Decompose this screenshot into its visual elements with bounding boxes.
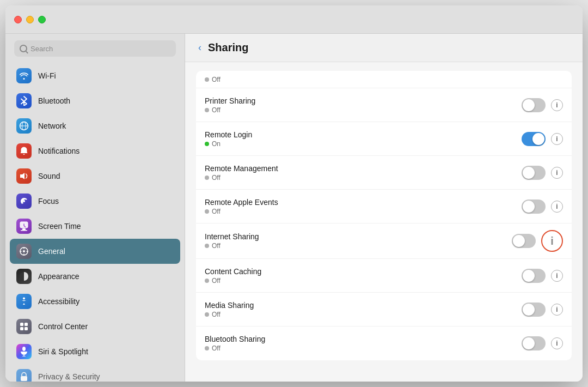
sidebar-label-controlcenter: Control Center bbox=[38, 322, 88, 331]
internet-sharing-knob bbox=[513, 235, 525, 247]
bluetooth-sharing-controls: i bbox=[522, 336, 563, 350]
printer-sharing-info-button[interactable]: i bbox=[551, 99, 563, 111]
printer-sharing-status-text: Off bbox=[212, 106, 220, 114]
remote-login-status: On bbox=[205, 140, 522, 148]
content-caching-info-button[interactable]: i bbox=[551, 270, 563, 282]
sidebar-item-appearance[interactable]: Appearance bbox=[10, 264, 180, 289]
internet-sharing-controls: i bbox=[512, 230, 563, 252]
remote-login-dot bbox=[205, 142, 209, 146]
printer-sharing-title: Printer Sharing bbox=[205, 96, 522, 105]
remote-apple-events-status-text: Off bbox=[212, 208, 220, 215]
internet-sharing-info-button[interactable]: i bbox=[541, 230, 563, 252]
back-button[interactable]: ‹ bbox=[198, 43, 201, 53]
remote-login-knob bbox=[532, 133, 544, 145]
remote-management-text: Remote Management Off bbox=[205, 164, 522, 182]
search-placeholder: Search bbox=[30, 45, 53, 53]
sidebar-label-sound: Sound bbox=[38, 172, 60, 180]
svg-rect-7 bbox=[21, 230, 27, 231]
controlcenter-icon bbox=[16, 319, 32, 334]
wifi-icon bbox=[16, 68, 32, 83]
panel-header: ‹ Sharing bbox=[185, 34, 583, 62]
remote-management-info-button[interactable]: i bbox=[551, 167, 563, 179]
remote-login-text: Remote Login On bbox=[205, 130, 522, 148]
printer-sharing-row: Printer Sharing Off i bbox=[196, 88, 572, 122]
remote-management-controls: i bbox=[522, 166, 563, 180]
sidebar-label-privacy: Privacy & Security bbox=[38, 372, 100, 381]
content-caching-row: Content Caching Off i bbox=[196, 259, 572, 293]
screentime-icon bbox=[16, 219, 32, 234]
internet-sharing-toggle[interactable] bbox=[512, 234, 536, 248]
media-sharing-status: Off bbox=[205, 311, 522, 318]
svg-point-20 bbox=[22, 347, 26, 351]
content-caching-controls: i bbox=[522, 269, 563, 283]
content-caching-toggle[interactable] bbox=[522, 269, 546, 283]
sidebar-item-wifi[interactable]: Wi-Fi bbox=[10, 63, 180, 88]
remote-apple-events-title: Remote Apple Events bbox=[205, 198, 522, 207]
printer-sharing-dot bbox=[205, 108, 209, 112]
maximize-button[interactable] bbox=[38, 16, 46, 23]
bluetooth-sharing-status-text: Off bbox=[212, 344, 220, 352]
remote-login-toggle[interactable] bbox=[522, 132, 546, 146]
printer-sharing-status: Off bbox=[205, 106, 522, 114]
sidebar-item-screentime[interactable]: Screen Time bbox=[10, 214, 180, 239]
remote-management-toggle[interactable] bbox=[522, 166, 546, 180]
content-caching-knob bbox=[523, 270, 535, 282]
remote-apple-events-text: Remote Apple Events Off bbox=[205, 198, 522, 215]
search-bar[interactable]: Search bbox=[14, 40, 176, 57]
sidebar-label-general: General bbox=[38, 247, 65, 256]
internet-sharing-title: Internet Sharing bbox=[205, 232, 512, 241]
siri-icon bbox=[16, 344, 32, 359]
sidebar-item-bluetooth[interactable]: Bluetooth bbox=[10, 88, 180, 113]
partial-status: Off bbox=[205, 76, 220, 83]
partial-label: Off bbox=[212, 76, 220, 83]
sidebar-item-focus[interactable]: Focus bbox=[10, 189, 180, 214]
media-sharing-info-button[interactable]: i bbox=[551, 304, 563, 316]
sidebar-item-general[interactable]: General bbox=[10, 239, 180, 264]
bluetooth-sharing-toggle[interactable] bbox=[522, 336, 546, 350]
media-sharing-row: Media Sharing Off i bbox=[196, 293, 572, 326]
panel-title: Sharing bbox=[208, 41, 248, 54]
sidebar-item-privacy[interactable]: Privacy & Security bbox=[10, 364, 180, 382]
sharing-settings-section: Off Printer Sharing Off bbox=[196, 71, 572, 360]
bluetooth-icon bbox=[16, 93, 32, 108]
sidebar-item-network[interactable]: Network bbox=[10, 113, 180, 138]
media-sharing-toggle[interactable] bbox=[522, 303, 546, 317]
remote-apple-events-toggle[interactable] bbox=[522, 199, 546, 214]
sidebar-item-controlcenter[interactable]: Control Center bbox=[10, 314, 180, 339]
bluetooth-sharing-knob bbox=[523, 337, 535, 349]
traffic-lights bbox=[14, 16, 46, 23]
remote-login-controls: i bbox=[522, 132, 563, 146]
close-button[interactable] bbox=[14, 16, 22, 23]
appearance-icon bbox=[16, 269, 32, 284]
printer-sharing-toggle[interactable] bbox=[522, 98, 546, 112]
sidebar-item-notifications[interactable]: Notifications bbox=[10, 138, 180, 164]
bluetooth-sharing-info-button[interactable]: i bbox=[551, 337, 563, 349]
internet-sharing-dot bbox=[205, 244, 209, 248]
internet-sharing-text: Internet Sharing Off bbox=[205, 232, 512, 250]
sidebar-item-siri[interactable]: Siri & Spotlight bbox=[10, 339, 180, 364]
svg-rect-23 bbox=[21, 376, 27, 381]
remote-management-status: Off bbox=[205, 174, 522, 182]
printer-sharing-text: Printer Sharing Off bbox=[205, 96, 522, 114]
panel-content: Off Printer Sharing Off bbox=[185, 62, 583, 382]
remote-apple-events-knob bbox=[523, 201, 535, 213]
sidebar: Search Wi-Fi bbox=[5, 34, 185, 382]
sidebar-item-sound[interactable]: Sound bbox=[10, 164, 180, 189]
remote-apple-events-status: Off bbox=[205, 208, 522, 215]
sidebar-item-accessibility[interactable]: Accessibility bbox=[10, 289, 180, 314]
media-sharing-controls: i bbox=[522, 303, 563, 317]
remote-apple-events-info-button[interactable]: i bbox=[551, 201, 563, 213]
printer-sharing-controls: i bbox=[522, 98, 563, 112]
media-sharing-dot bbox=[205, 312, 209, 317]
remote-apple-events-dot bbox=[205, 209, 209, 214]
notifications-icon bbox=[16, 143, 32, 159]
remote-management-knob bbox=[523, 167, 535, 179]
printer-sharing-knob bbox=[523, 99, 535, 111]
minimize-button[interactable] bbox=[26, 16, 34, 23]
window-chrome bbox=[5, 5, 583, 34]
sidebar-label-focus: Focus bbox=[38, 197, 59, 205]
sidebar-label-appearance: Appearance bbox=[38, 272, 79, 281]
remote-login-info-button[interactable]: i bbox=[551, 133, 563, 145]
content-caching-status-text: Off bbox=[212, 277, 220, 285]
svg-rect-16 bbox=[20, 323, 23, 326]
